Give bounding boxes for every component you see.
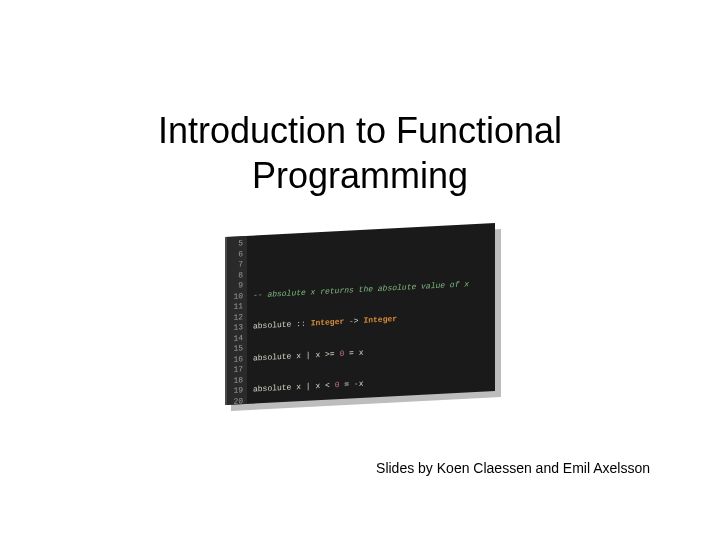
- title-line-2: Programming: [252, 155, 468, 196]
- code-line: -- absolute x returns the absolute value…: [253, 279, 469, 301]
- slide-title: Introduction to Functional Programming: [0, 108, 720, 198]
- line-number: 5: [227, 238, 243, 249]
- code-line: absolute :: Integer -> Integer: [253, 310, 469, 332]
- line-number: 19: [227, 385, 243, 396]
- line-number: 9: [227, 280, 243, 291]
- line-number: 15: [227, 343, 243, 354]
- line-number: 7: [227, 259, 243, 270]
- line-number: 11: [227, 301, 243, 312]
- credits-text: Slides by Koen Claessen and Emil Axelsso…: [376, 460, 650, 476]
- line-number: 17: [227, 364, 243, 375]
- code-line: absolute x | x < 0 = -x: [253, 373, 469, 395]
- line-number: 13: [227, 322, 243, 333]
- code-line: absolute x | x >= 0 = x: [253, 342, 469, 364]
- code-content: -- absolute x returns the absolute value…: [247, 224, 469, 404]
- code-screenshot: 5 6 7 8 9 10 11 12 13 14 15 16 17 18 19 …: [225, 230, 495, 398]
- code-line: [253, 247, 469, 269]
- line-number-gutter: 5 6 7 8 9 10 11 12 13 14 15 16 17 18 19 …: [225, 236, 247, 405]
- title-line-1: Introduction to Functional: [158, 110, 562, 151]
- line-number: 20: [227, 396, 243, 405]
- code-editor: 5 6 7 8 9 10 11 12 13 14 15 16 17 18 19 …: [225, 223, 495, 405]
